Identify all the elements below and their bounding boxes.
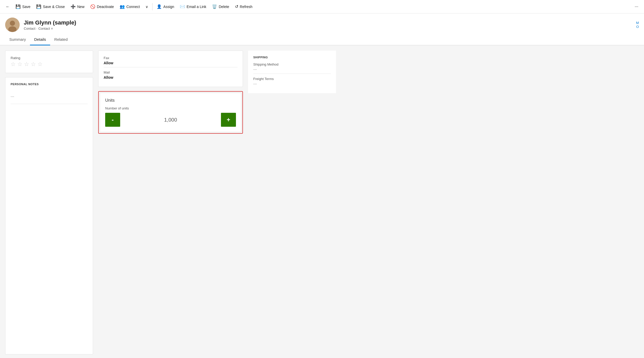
record-type2: Contact — [38, 27, 50, 30]
units-value: 1,000 — [120, 117, 221, 123]
units-decrement-button[interactable]: - — [105, 113, 120, 127]
record-dot: · — [36, 27, 37, 30]
record-subtitle: Contact · Contact ∨ — [24, 27, 76, 30]
shipping-method-label: Shipping Method — [253, 62, 331, 66]
tab-summary[interactable]: Summary — [5, 34, 30, 45]
deactivate-button[interactable]: 🚫 Deactivate — [88, 3, 117, 11]
minus-icon: - — [112, 116, 114, 123]
col-mid: Fax Allow Mail Allow Units Number of uni… — [98, 51, 243, 354]
record-info: Jim Glynn (sample) Contact · Contact ∨ — [24, 19, 76, 30]
mail-value: Allow — [104, 75, 237, 82]
star-4[interactable]: ☆ — [31, 61, 36, 68]
connect-button[interactable]: 👥 Connect — [117, 3, 142, 11]
save-button[interactable]: 💾 Save — [13, 3, 33, 11]
refresh-button[interactable]: ↺ Refresh — [232, 3, 255, 11]
contact-preferences-card: Fax Allow Mail Allow — [98, 51, 243, 87]
deactivate-icon: 🚫 — [90, 4, 95, 9]
record-header: Jim Glynn (sample) Contact · Contact ∨ M… — [0, 13, 644, 34]
plus-icon: + — [227, 116, 230, 123]
toolbar-divider — [152, 3, 152, 10]
connect-icon: 👥 — [120, 4, 125, 9]
save-icon: 💾 — [16, 4, 21, 9]
tabs-bar: Summary Details Related — [0, 34, 644, 45]
shipping-card: SHIPPING Shipping Method --- Freight Ter… — [248, 51, 336, 93]
units-card-wrapper: Units Number of units - 1,000 + — [98, 91, 243, 134]
rating-stars: ☆ ☆ ☆ ☆ ☆ — [11, 61, 88, 68]
rating-card: Rating ☆ ☆ ☆ ☆ ☆ — [5, 51, 93, 73]
refresh-icon: ↺ — [235, 4, 238, 9]
delete-button[interactable]: 🗑️ Delete — [209, 3, 232, 11]
units-card: Units Number of units - 1,000 + — [100, 93, 241, 132]
units-increment-button[interactable]: + — [221, 113, 236, 127]
more-icon: ⋯ — [635, 5, 638, 9]
back-icon: ← — [6, 4, 10, 9]
save-close-icon: 💾 — [36, 4, 41, 9]
freight-terms-label: Freight Terms — [253, 77, 331, 81]
assign-button[interactable]: 👤 Assign — [154, 3, 177, 11]
email-link-button[interactable]: ✉️ Email a Link — [177, 3, 209, 11]
units-title: Units — [105, 98, 236, 103]
back-button[interactable]: ← — [3, 3, 12, 11]
star-5[interactable]: ☆ — [37, 61, 43, 68]
personal-notes-title: PERSONAL NOTES — [11, 83, 88, 86]
units-number-label: Number of units — [105, 106, 236, 110]
shipping-method-value: --- — [253, 67, 331, 74]
fax-value: Allow — [104, 61, 237, 67]
fax-label: Fax — [104, 56, 237, 60]
more-button[interactable]: ⋯ — [632, 3, 641, 10]
col-right: SHIPPING Shipping Method --- Freight Ter… — [248, 51, 336, 354]
units-control: - 1,000 + — [105, 113, 236, 127]
personal-notes-card: PERSONAL NOTES --- — [5, 77, 93, 354]
top-right-corner: M O — [636, 21, 639, 29]
email-icon: ✉️ — [180, 4, 185, 9]
col-left: Rating ☆ ☆ ☆ ☆ ☆ PERSONAL NOTES --- — [5, 51, 93, 354]
tab-related[interactable]: Related — [50, 34, 72, 45]
star-3[interactable]: ☆ — [24, 61, 29, 68]
record-type-chevron[interactable]: ∨ — [51, 27, 53, 30]
new-icon: ➕ — [71, 4, 76, 9]
new-button[interactable]: ➕ New — [68, 3, 87, 11]
star-2[interactable]: ☆ — [17, 61, 22, 68]
personal-notes-value: --- — [11, 89, 88, 104]
record-name: Jim Glynn (sample) — [24, 19, 76, 26]
assign-icon: 👤 — [157, 4, 162, 9]
connect-dropdown-button[interactable]: ∨ — [143, 3, 151, 10]
star-1[interactable]: ☆ — [11, 61, 16, 68]
svg-point-1 — [10, 21, 15, 26]
tab-details[interactable]: Details — [30, 34, 50, 45]
freight-terms-value: --- — [253, 82, 331, 88]
rating-label: Rating — [11, 56, 88, 60]
save-close-button[interactable]: 💾 Save & Close — [34, 3, 67, 11]
delete-icon: 🗑️ — [212, 4, 217, 9]
toolbar: ← 💾 Save 💾 Save & Close ➕ New 🚫 Deactiva… — [0, 0, 644, 13]
mail-label: Mail — [104, 70, 237, 74]
shipping-title: SHIPPING — [253, 56, 331, 59]
avatar — [5, 18, 20, 32]
content-area: Rating ☆ ☆ ☆ ☆ ☆ PERSONAL NOTES --- Fax … — [0, 45, 644, 358]
record-type1: Contact — [24, 27, 35, 30]
